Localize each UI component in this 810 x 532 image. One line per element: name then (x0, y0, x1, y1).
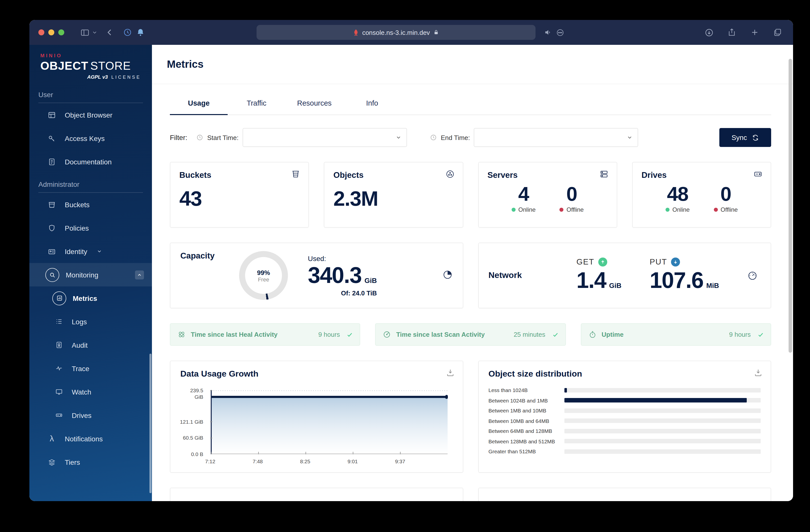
back-icon[interactable] (103, 26, 116, 39)
sidebar-scrollbar[interactable] (149, 354, 151, 493)
capacity-total: Of: 24.0 TiB (308, 289, 377, 297)
desktop: console.ns-3.ic.min.dev (0, 0, 810, 532)
online-dot (512, 208, 515, 212)
online-dot (666, 208, 669, 212)
servers-offline-count: 0 (560, 183, 584, 205)
tab-usage[interactable]: Usage (170, 99, 228, 115)
sync-icon (751, 134, 759, 141)
clock-icon (430, 134, 437, 141)
gauge-icon (747, 270, 758, 281)
download-chart-icon[interactable] (754, 368, 763, 379)
object-size-distribution-card: Object size distribution Less than 1024B… (478, 361, 771, 473)
dist-row: Between 128MB and 512MB (488, 438, 761, 444)
watch-icon (52, 385, 65, 398)
extension-icon-2[interactable] (134, 26, 147, 39)
end-time-select[interactable] (474, 128, 638, 147)
capacity-free-percent: 99% (257, 269, 270, 276)
scan-activity-status: Time since last Scan Activity 25 minutes (375, 323, 566, 346)
sidebar-item-documentation[interactable]: Documentation (29, 150, 152, 173)
documentation-icon (45, 155, 58, 168)
network-card: Network GET 1.4 GiB (478, 243, 771, 308)
toolbar-chevron-down-icon[interactable] (91, 26, 98, 39)
sidebar-item-trace[interactable]: Trace (29, 357, 152, 380)
access-keys-icon (45, 132, 58, 145)
dist-row: Between 1024B and 1MB (488, 397, 761, 403)
browser-window: console.ns-3.ic.min.dev (29, 20, 793, 501)
tab-resources[interactable]: Resources (286, 99, 343, 115)
tab-traffic[interactable]: Traffic (228, 99, 286, 115)
mute-icon[interactable] (541, 26, 554, 39)
servers-offline-group: 0 Offline (560, 183, 584, 213)
sidebar-item-metrics[interactable]: Metrics (29, 287, 152, 310)
capacity-card: Capacity 99% Free Used: 340.3 GiB O (170, 243, 463, 308)
chevron-up-icon[interactable] (135, 270, 144, 279)
drives-offline-group: 0 Offline (714, 183, 738, 213)
sidebar-item-drives[interactable]: Drives (29, 403, 152, 427)
get-up-arrow-icon (598, 258, 607, 267)
sidebar-item-logs[interactable]: Logs (29, 310, 152, 333)
main-scrollbar[interactable] (789, 59, 792, 353)
sidebar-item-notifications[interactable]: λ Notifications (29, 427, 152, 450)
downloads-icon[interactable] (702, 26, 715, 39)
extension-icon[interactable] (121, 26, 134, 39)
y-axis-tick-label: 121.1 GiB (180, 419, 203, 425)
brand-wordmark: MINIO (40, 53, 141, 58)
y-axis-tick-label: 239.5 GiB (186, 387, 203, 400)
share-icon[interactable] (725, 26, 738, 39)
sidebar-item-object-browser[interactable]: Object Browser (29, 103, 152, 127)
zoom-window-button[interactable] (58, 29, 64, 35)
lock-icon (433, 29, 439, 35)
minio-logo: MINIO OBJECTSTORE AGPL v3 LICENSE (29, 45, 152, 84)
check-icon (758, 332, 764, 338)
sidebar-item-audit[interactable]: Audit (29, 333, 152, 357)
x-axis-tick-label: 7:12 (205, 458, 215, 464)
heal-activity-status: Time since last Heal Activity 9 hours (170, 323, 360, 346)
monitoring-icon (45, 268, 59, 282)
sidebar-item-buckets[interactable]: Buckets (29, 193, 152, 216)
charts-row: Data Usage Growth 239.5 GiB 121.1 GiB 60… (170, 361, 771, 473)
download-chart-icon[interactable] (446, 368, 455, 379)
capacity-network-row: Capacity 99% Free Used: 340.3 GiB O (170, 243, 771, 308)
objects-icon (445, 170, 455, 181)
sidebar-item-access-keys[interactable]: Access Keys (29, 127, 152, 150)
new-tab-icon[interactable] (748, 26, 761, 39)
end-time-group: End Time: (430, 128, 638, 147)
address-bar[interactable]: console.ns-3.ic.min.dev (257, 25, 535, 40)
network-get-block: GET 1.4 GiB (577, 258, 621, 293)
policies-icon (45, 222, 58, 235)
network-put-block: PUT 107.6 MiB (650, 258, 719, 293)
tab-info[interactable]: Info (343, 99, 401, 115)
sidebar-item-policies[interactable]: Policies (29, 216, 152, 240)
sync-button[interactable]: Sync (719, 128, 771, 147)
network-put-value: 107.6 (650, 268, 703, 293)
sidebar-item-tiers[interactable]: Tiers (29, 450, 152, 474)
minimize-window-button[interactable] (48, 29, 54, 35)
tab-overview-icon[interactable] (771, 26, 784, 39)
sidebar-toggle-icon[interactable] (78, 26, 91, 39)
capacity-donut-chart: 99% Free (239, 251, 288, 300)
clipped-card (478, 488, 771, 501)
main-content: Metrics Usage Traffic Resources Info Fil… (152, 45, 793, 501)
put-down-arrow-icon (671, 258, 680, 267)
more-options-icon[interactable] (553, 26, 566, 39)
license-label: LICENSE (111, 75, 141, 79)
drives-icon (52, 409, 65, 422)
window-controls (38, 29, 64, 35)
license-row: AGPL v3 LICENSE (40, 74, 141, 80)
sidebar-item-identity[interactable]: Identity (29, 240, 152, 263)
uptime-status: Uptime 9 hours (581, 323, 771, 346)
close-window-button[interactable] (38, 29, 44, 35)
sidebar-item-watch[interactable]: Watch (29, 380, 152, 403)
usage-area-svg (210, 390, 448, 454)
buckets-icon (45, 198, 58, 211)
sidebar-item-monitoring[interactable]: Monitoring (29, 263, 152, 287)
tiers-icon (45, 455, 58, 468)
object-size-bar-chart: Less than 1024B Between 1024B and 1MB Be… (488, 387, 761, 454)
start-time-select[interactable] (243, 128, 407, 147)
metrics-tabs: Usage Traffic Resources Info (170, 99, 771, 115)
app-sidebar: MINIO OBJECTSTORE AGPL v3 LICENSE User O… (29, 45, 152, 501)
servers-online-count: 4 (512, 183, 535, 205)
lambda-icon: λ (45, 432, 58, 445)
servers-card: Servers 4 Online 0 Offline (478, 162, 617, 228)
data-usage-growth-card: Data Usage Growth 239.5 GiB 121.1 GiB 60… (170, 361, 463, 473)
